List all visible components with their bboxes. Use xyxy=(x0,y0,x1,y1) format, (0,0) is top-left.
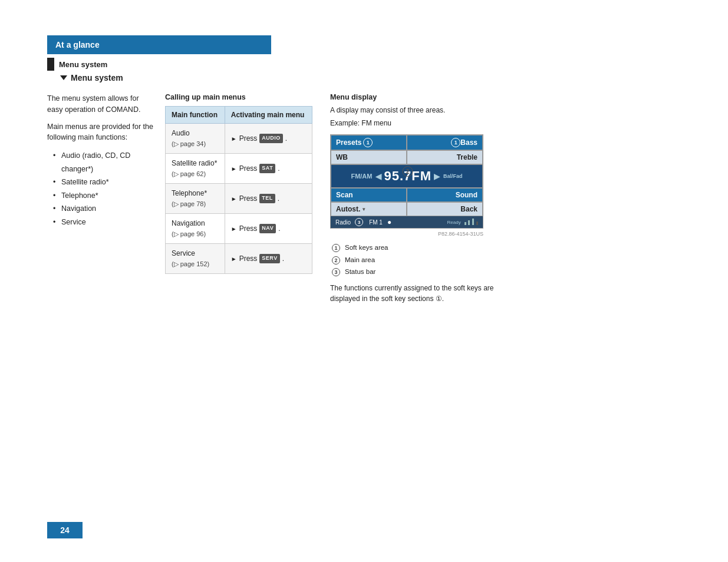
arrow-icon: ► xyxy=(231,254,237,263)
activate-audio: ► Press AUDIO. xyxy=(225,124,312,154)
function-serv: Service (▷ page 152) xyxy=(166,244,225,274)
serv-key-badge: SERV xyxy=(259,254,279,263)
middle-column: Calling up main menus Main function Acti… xyxy=(165,93,330,306)
table-heading: Calling up main menus xyxy=(165,93,312,101)
circle-2: 2 xyxy=(403,166,413,177)
arrow-icon: ► xyxy=(231,164,237,173)
triangle-down-icon xyxy=(60,75,67,80)
fm-am-label: FM/AM xyxy=(351,173,372,180)
subsection-title: Menu system xyxy=(60,73,681,82)
legend-item-2: 2 Main area xyxy=(330,254,519,266)
fm-wb-cell: WB xyxy=(331,150,407,164)
section-title: Menu system xyxy=(47,58,681,71)
subsection-title-text: Menu system xyxy=(71,73,123,82)
function-tel: Telephone* (▷ page 78) xyxy=(166,184,225,214)
audio-key-badge: AUDIO xyxy=(259,134,283,143)
intro-paragraph-2: Main menus are provided for the followin… xyxy=(47,121,153,144)
list-item: Service xyxy=(53,216,153,229)
page-number: 24 xyxy=(47,522,83,538)
circle-1a: 1 xyxy=(363,138,373,147)
list-item: Satellite radio* xyxy=(53,176,153,189)
function-sat: Satellite radio* (▷ page 62) xyxy=(166,154,225,184)
fm-treble-cell: Treble xyxy=(407,150,483,164)
fm-autost-cell: Autost. ▼ xyxy=(331,202,407,216)
left-column: The menu system allows for easy operatio… xyxy=(47,93,165,306)
activate-nav: ► Press NAV. xyxy=(225,214,312,244)
tel-key-badge: TEL xyxy=(259,194,275,203)
fm-sound-cell: Sound xyxy=(407,188,483,202)
arrow-icon: ► xyxy=(231,194,237,203)
activate-tel: ► Press TEL. xyxy=(225,184,312,214)
menu-display-desc2: Example: FM menu xyxy=(330,118,519,128)
main-content: The menu system allows for easy operatio… xyxy=(47,93,681,306)
fm-bass-cell: 1 Bass xyxy=(407,135,483,150)
table-row: Satellite radio* (▷ page 62) ► Press SAT… xyxy=(166,154,312,184)
fm-back-cell: Back xyxy=(407,202,483,216)
table-row: Navigation (▷ page 96) ► Press NAV. xyxy=(166,214,312,244)
soft-keys-note: The functions currently assigned to the … xyxy=(330,283,519,304)
fm-presets-cell: Presets 1 xyxy=(331,135,407,150)
activate-serv: ► Press SERV. xyxy=(225,244,312,274)
table-row: Audio (▷ page 34) ► Press AUDIO. xyxy=(166,124,312,154)
sat-key-badge: SAT xyxy=(259,164,275,173)
bal-fad: Bal/Fad xyxy=(443,173,463,179)
menu-display-desc1: A display may consist of three areas. xyxy=(330,105,519,115)
legend-item-3: 3 Status bar xyxy=(330,266,519,278)
list-item: Navigation xyxy=(53,202,153,216)
function-audio: Audio (▷ page 34) xyxy=(166,124,225,154)
activate-sat: ► Press SAT. xyxy=(225,154,312,184)
table-row: Service (▷ page 152) ► Press SERV. xyxy=(166,244,312,274)
arrow-icon: ► xyxy=(231,224,237,233)
black-square-icon xyxy=(47,58,54,71)
col-activating: Activating main menu xyxy=(225,107,312,124)
col-main-function: Main function xyxy=(166,107,225,124)
fm-status-bar: Radio 3 FM 1 ● Ready xyxy=(331,216,483,228)
list-item: Audio (radio, CD, CD changer*) xyxy=(53,149,153,176)
image-reference: P82.86-4154-31US xyxy=(330,231,483,237)
features-list: Audio (radio, CD, CD changer*) Satellite… xyxy=(53,149,153,229)
arrow-icon: ► xyxy=(231,134,237,143)
circle-3: 3 xyxy=(355,218,363,226)
menu-display-heading: Menu display xyxy=(330,93,519,101)
chapter-header-bar: At a glance xyxy=(47,35,271,54)
legend-item-1: 1 Soft keys area xyxy=(330,242,519,254)
intro-paragraph-1: The menu system allows for easy operatio… xyxy=(47,93,153,115)
main-function-table: Main function Activating main menu Audio… xyxy=(165,106,312,274)
section-title-text: Menu system xyxy=(59,60,107,69)
fm-scan-cell: Scan xyxy=(331,188,407,202)
list-item: Telephone* xyxy=(53,189,153,203)
function-nav: Navigation (▷ page 96) xyxy=(166,214,225,244)
fm-legend: 1 Soft keys area 2 Main area 3 Status ba… xyxy=(330,242,519,278)
fm-display: Presets 1 1 Bass WB Treble xyxy=(330,134,483,229)
table-row: Telephone* (▷ page 78) ► Press TEL. xyxy=(166,184,312,214)
nav-key-badge: NAV xyxy=(259,224,276,233)
circle-1b: 1 xyxy=(451,138,460,147)
right-column: Menu display A display may consist of th… xyxy=(330,93,519,306)
